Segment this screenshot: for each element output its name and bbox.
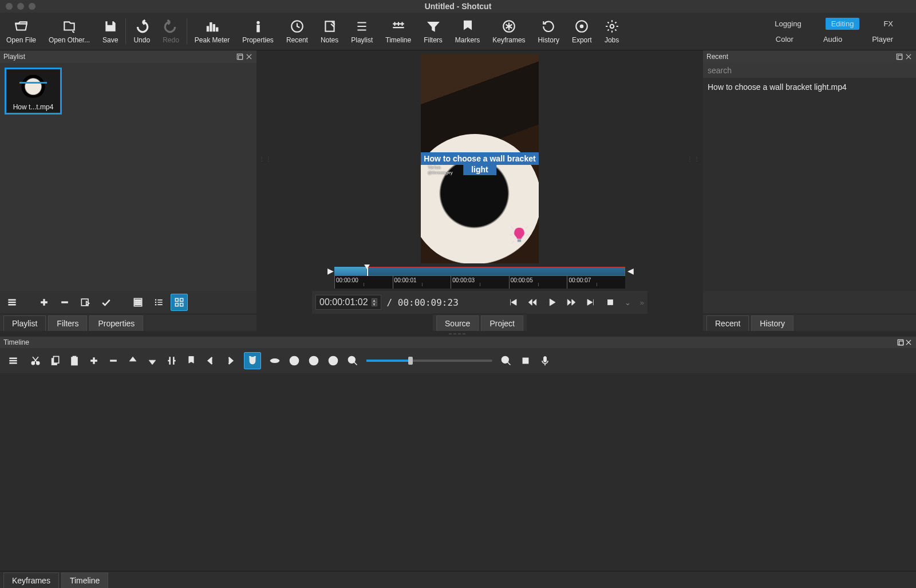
play-icon[interactable]: [547, 297, 557, 307]
close-panel-icon[interactable]: [905, 53, 913, 61]
jobs-button[interactable]: Jobs: [598, 13, 626, 50]
view-details-button[interactable]: [129, 294, 147, 311]
overwrite-icon[interactable]: [147, 355, 158, 366]
tab-properties[interactable]: Properties: [89, 315, 143, 331]
split-icon[interactable]: [166, 355, 177, 366]
ripple-icon[interactable]: [289, 355, 300, 366]
undo-button[interactable]: Undo: [127, 13, 156, 50]
marker-add-icon[interactable]: [185, 355, 197, 366]
open-other-button[interactable]: Open Other...: [42, 13, 96, 50]
markers-button[interactable]: Markers: [449, 13, 486, 50]
zoom-in-icon[interactable]: [500, 355, 512, 366]
ripple-all-icon[interactable]: [308, 355, 319, 366]
timeline-menu-button[interactable]: [5, 352, 22, 369]
skip-end-icon[interactable]: [586, 297, 596, 307]
snap-button[interactable]: [244, 352, 261, 369]
scrub-track[interactable]: [334, 267, 625, 276]
tab-project[interactable]: Project: [481, 315, 523, 331]
tab-playlist[interactable]: Playlist: [3, 315, 46, 331]
save-button[interactable]: Save: [96, 13, 124, 50]
history-button[interactable]: History: [532, 13, 566, 50]
notes-button[interactable]: Notes: [314, 13, 345, 50]
prev-marker-icon[interactable]: [205, 355, 216, 366]
svg-rect-13: [239, 56, 243, 60]
undock-icon[interactable]: [897, 338, 905, 346]
video-preview[interactable]: How to choose a wall bracket light TikTo…: [421, 54, 539, 263]
recent-search-input[interactable]: [703, 63, 916, 78]
playhead[interactable]: [365, 266, 371, 277]
playlist-button[interactable]: Playlist: [345, 13, 379, 50]
tab-history[interactable]: History: [751, 315, 793, 331]
timecode-current[interactable]: 00:00:01:02 ▲▼: [315, 295, 381, 310]
timeline-tracks[interactable]: [0, 373, 916, 571]
zoom-slider[interactable]: [366, 360, 492, 362]
mode-logging[interactable]: Logging: [769, 18, 807, 30]
maximize-window-icon[interactable]: [29, 3, 35, 10]
playlist-clip[interactable]: How t...t.mp4: [5, 68, 62, 115]
mode-editing[interactable]: Editing: [826, 18, 860, 30]
chevron-down-icon[interactable]: ⌄: [625, 298, 631, 307]
window-controls: [6, 3, 35, 10]
recent-button[interactable]: Recent: [280, 13, 314, 50]
lift-icon[interactable]: [127, 355, 139, 366]
view-list-button[interactable]: [150, 294, 167, 311]
export-button[interactable]: Export: [566, 13, 598, 50]
scrub-audio-icon[interactable]: [269, 355, 281, 366]
mode-fx[interactable]: FX: [878, 18, 899, 30]
tab-recent[interactable]: Recent: [706, 315, 749, 331]
remove-clip-button[interactable]: [56, 294, 73, 311]
close-window-icon[interactable]: [6, 3, 13, 10]
mode-player[interactable]: Player: [866, 33, 899, 45]
in-point-icon[interactable]: ▶: [327, 266, 332, 277]
insert-clip-button[interactable]: [77, 294, 94, 311]
svg-rect-16: [135, 300, 141, 301]
playlist-menu-button[interactable]: [3, 294, 21, 311]
filters-button[interactable]: Filters: [417, 13, 449, 50]
out-point-icon[interactable]: ◀: [627, 266, 632, 277]
tick-0: 00:00:00: [334, 276, 393, 289]
right-dock-handle[interactable]: ⋮⋮: [687, 156, 701, 162]
minimize-window-icon[interactable]: [17, 3, 24, 10]
tab-keyframes[interactable]: Keyframes: [3, 573, 59, 588]
rewind-icon[interactable]: [527, 297, 538, 307]
view-grid-button[interactable]: [171, 294, 188, 311]
keyframes-button[interactable]: Keyframes: [486, 13, 531, 50]
zoom-toggle-icon[interactable]: [605, 297, 615, 307]
tab-source[interactable]: Source: [436, 315, 479, 331]
left-dock-handle[interactable]: ⋮⋮: [259, 156, 273, 162]
append-icon[interactable]: [88, 355, 100, 366]
mode-audio[interactable]: Audio: [818, 33, 848, 45]
paste-icon[interactable]: [69, 355, 80, 366]
horizontal-splitter[interactable]: ━━━━: [0, 331, 916, 337]
next-marker-icon[interactable]: [224, 355, 236, 366]
redo-button[interactable]: Redo: [156, 13, 185, 50]
zoom-knob[interactable]: [408, 357, 413, 365]
properties-button[interactable]: Properties: [236, 13, 280, 50]
fast-forward-icon[interactable]: [566, 297, 577, 307]
tab-filters[interactable]: Filters: [48, 315, 87, 331]
mode-color[interactable]: Color: [770, 33, 799, 45]
add-clip-button[interactable]: [35, 294, 53, 311]
playlist-body[interactable]: How t...t.mp4: [0, 63, 256, 291]
skip-start-icon[interactable]: [508, 297, 518, 307]
record-audio-icon[interactable]: [539, 355, 551, 366]
peak-meter-button[interactable]: Peak Meter: [188, 13, 236, 50]
zoom-out-icon[interactable]: [347, 355, 358, 366]
more-icon[interactable]: »: [640, 298, 644, 307]
tab-timeline[interactable]: Timeline: [61, 573, 108, 588]
cut-icon[interactable]: [30, 355, 41, 366]
open-file-button[interactable]: Open File: [0, 13, 42, 50]
update-clip-button[interactable]: [97, 294, 114, 311]
remove-icon[interactable]: [108, 355, 119, 366]
timeline-button[interactable]: Timeline: [379, 13, 417, 50]
timecode-spinner[interactable]: ▲▼: [372, 298, 377, 306]
close-panel-icon[interactable]: [905, 338, 913, 346]
copy-icon[interactable]: [49, 355, 61, 366]
preview-scrubber[interactable]: ▶ ◀ 00:00:00 00:00:01 00:00:03 00:00:05 …: [329, 267, 631, 289]
undock-icon[interactable]: [895, 53, 903, 61]
ripple-markers-icon[interactable]: [327, 355, 339, 366]
close-panel-icon[interactable]: [245, 53, 253, 61]
undock-icon[interactable]: [236, 53, 244, 61]
recent-item[interactable]: How to choose a wall bracket light.mp4: [708, 81, 911, 93]
zoom-fit-icon[interactable]: [520, 355, 531, 366]
